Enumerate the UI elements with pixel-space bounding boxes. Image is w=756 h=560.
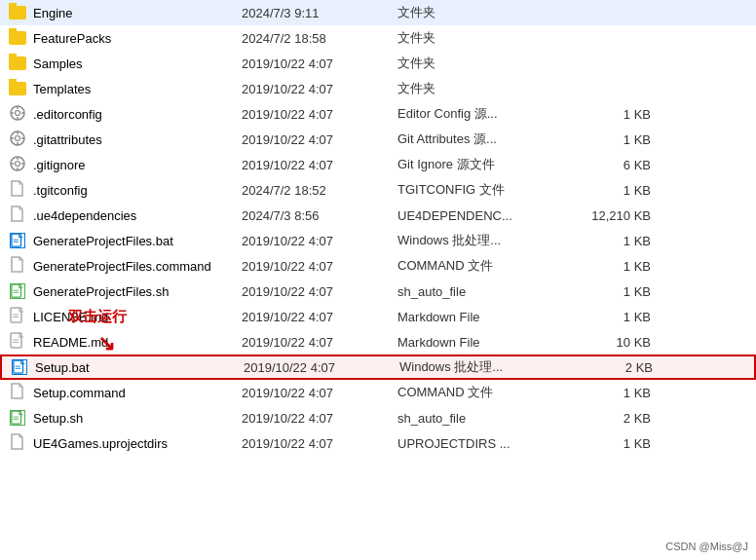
file-row[interactable]: UE4Games.uprojectdirs2019/10/22 4:07UPRO… xyxy=(0,430,756,456)
file-type: UE4DEPENDENC... xyxy=(397,208,573,223)
file-name: Setup.sh xyxy=(33,411,83,426)
file-type: COMMAND 文件 xyxy=(397,257,573,275)
file-name: GenerateProjectFiles.command xyxy=(33,259,211,274)
file-size: 1 KB xyxy=(573,386,651,400)
file-name: Setup.command xyxy=(33,386,126,400)
svg-point-7 xyxy=(16,135,20,140)
folder-icon xyxy=(9,6,26,19)
file-name: Samples xyxy=(33,56,83,71)
file-row[interactable]: Engine2024/7/3 9:11文件夹 xyxy=(0,0,756,25)
file-size: 1 KB xyxy=(573,132,651,147)
file-type: Markdown File xyxy=(397,310,573,324)
file-size: 1 KB xyxy=(573,234,651,248)
bat-icon xyxy=(12,359,27,375)
sh-icon xyxy=(10,283,25,299)
config-icon xyxy=(10,131,25,149)
file-size: 1 KB xyxy=(573,436,651,451)
file-date: 2024/7/3 8:56 xyxy=(242,208,397,223)
file-icon xyxy=(11,433,24,453)
file-date: 2019/10/22 4:07 xyxy=(242,411,397,426)
file-type: 文件夹 xyxy=(397,29,573,47)
file-name: Templates xyxy=(33,82,91,96)
watermark: CSDN @Miss@J xyxy=(665,541,748,552)
file-row[interactable]: Setup.command2019/10/22 4:07COMMAND 文件1 … xyxy=(0,380,756,405)
file-date: 2019/10/22 4:07 xyxy=(242,56,397,71)
file-date: 2019/10/22 4:07 xyxy=(242,158,397,172)
file-size: 1 KB xyxy=(573,107,651,122)
file-name: Setup.bat xyxy=(35,360,90,375)
file-size: 1 KB xyxy=(573,284,651,299)
file-name: .editorconfig xyxy=(33,107,102,122)
config-icon xyxy=(10,156,25,174)
file-size: 1 KB xyxy=(573,259,651,274)
file-size: 1 KB xyxy=(573,310,651,324)
folder-icon xyxy=(9,31,26,45)
file-type: sh_auto_file xyxy=(397,284,573,299)
file-size: 12,210 KB xyxy=(573,208,651,223)
svg-point-1 xyxy=(16,110,20,115)
file-type: Git Attributes 源... xyxy=(397,131,573,148)
file-name: GenerateProjectFiles.bat xyxy=(33,234,173,248)
file-row[interactable]: Setup.sh2019/10/22 4:07sh_auto_file2 KB xyxy=(0,405,756,430)
file-name: .tgitconfig xyxy=(33,183,88,198)
file-type: 文件夹 xyxy=(397,80,573,97)
file-row[interactable]: GenerateProjectFiles.sh2019/10/22 4:07sh… xyxy=(0,279,756,304)
file-date: 2019/10/22 4:07 xyxy=(242,107,397,122)
file-name: UE4Games.uprojectdirs xyxy=(33,436,168,451)
file-date: 2024/7/2 18:52 xyxy=(242,183,397,198)
file-name: Engine xyxy=(33,6,72,20)
file-row[interactable]: 双击运行 LICENSE.md2019/10/22 4:07Markdown F… xyxy=(0,304,756,329)
file-row[interactable]: .tgitconfig2024/7/2 18:52TGITCONFIG 文件1 … xyxy=(0,177,756,203)
file-icon xyxy=(11,383,24,402)
file-size: 2 KB xyxy=(575,360,653,375)
annotation-arrow: ↘ xyxy=(97,331,115,356)
file-row[interactable]: .editorconfig2019/10/22 4:07Editor Confi… xyxy=(0,101,756,127)
file-row[interactable]: Templates2019/10/22 4:07文件夹 xyxy=(0,76,756,101)
md-icon xyxy=(10,307,25,326)
file-date: 2019/10/22 4:07 xyxy=(242,436,397,451)
file-list: Engine2024/7/3 9:11文件夹FeaturePacks2024/7… xyxy=(0,0,756,456)
md-icon xyxy=(10,332,25,352)
file-date: 2019/10/22 4:07 xyxy=(242,82,397,96)
file-type: 文件夹 xyxy=(397,4,573,21)
file-icon xyxy=(11,205,24,225)
file-row[interactable]: ↘ README.md2019/10/22 4:07Markdown File1… xyxy=(0,329,756,355)
file-row[interactable]: Samples2019/10/22 4:07文件夹 xyxy=(0,51,756,76)
sh-icon xyxy=(10,410,25,426)
file-size: 1 KB xyxy=(573,183,651,198)
file-date: 2019/10/22 4:07 xyxy=(242,386,397,400)
file-row[interactable]: Setup.bat2019/10/22 4:07Windows 批处理...2 … xyxy=(0,355,756,380)
config-icon xyxy=(10,105,25,124)
file-name: .ue4dependencies xyxy=(33,208,136,223)
file-date: 2019/10/22 4:07 xyxy=(242,284,397,299)
file-row[interactable]: FeaturePacks2024/7/2 18:58文件夹 xyxy=(0,25,756,51)
file-size: 10 KB xyxy=(573,335,651,350)
folder-icon xyxy=(9,82,26,95)
file-row[interactable]: .ue4dependencies2024/7/3 8:56UE4DEPENDEN… xyxy=(0,203,756,228)
file-name: .gitignore xyxy=(33,158,85,172)
file-size: 6 KB xyxy=(573,158,651,172)
file-date: 2019/10/22 4:07 xyxy=(242,234,397,248)
annotation-text: 双击运行 xyxy=(68,308,127,326)
file-date: 2024/7/2 18:58 xyxy=(242,31,397,46)
file-date: 2019/10/22 4:07 xyxy=(244,360,399,375)
file-type: 文件夹 xyxy=(397,55,573,72)
file-row[interactable]: .gitignore2019/10/22 4:07Git Ignore 源文件6… xyxy=(0,152,756,177)
file-type: Windows 批处理... xyxy=(399,358,575,376)
file-icon xyxy=(11,256,24,276)
file-name: .gitattributes xyxy=(33,132,102,147)
file-type: Editor Config 源... xyxy=(397,105,573,123)
file-row[interactable]: GenerateProjectFiles.command2019/10/22 4… xyxy=(0,253,756,279)
file-type: TGITCONFIG 文件 xyxy=(397,181,573,199)
file-row[interactable]: .gitattributes2019/10/22 4:07Git Attribu… xyxy=(0,127,756,152)
file-type: Markdown File xyxy=(397,335,573,350)
file-date: 2019/10/22 4:07 xyxy=(242,132,397,147)
file-name: GenerateProjectFiles.sh xyxy=(33,284,169,299)
file-row[interactable]: GenerateProjectFiles.bat2019/10/22 4:07W… xyxy=(0,228,756,253)
bat-icon xyxy=(10,233,25,248)
file-type: UPROJECTDIRS ... xyxy=(397,436,573,451)
folder-icon xyxy=(9,56,26,70)
file-date: 2024/7/3 9:11 xyxy=(242,6,397,20)
file-type: Git Ignore 源文件 xyxy=(397,156,573,173)
svg-point-13 xyxy=(16,161,20,166)
